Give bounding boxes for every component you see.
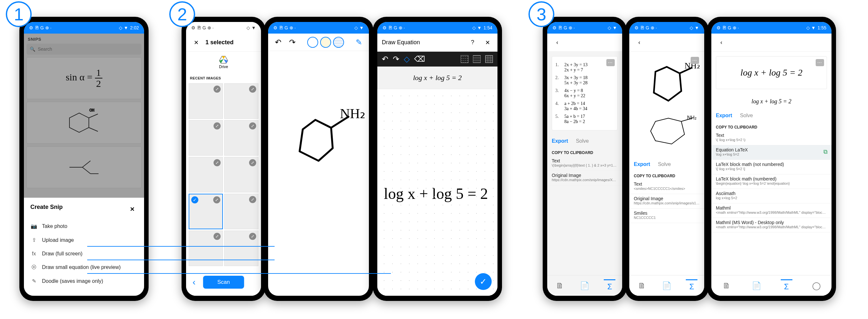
sheet-row-upload[interactable]: ⇪Upload image — [30, 233, 137, 247]
clip-item-image[interactable]: Original Imagehttps://cdn.mathpix.com/sn… — [547, 171, 622, 185]
clear-icon[interactable]: ⌫ — [414, 55, 425, 64]
redo-icon[interactable]: ↷ — [287, 37, 298, 48]
clip-item[interactable]: Equation LaTeX\log x+\log 5=2⧉ — [711, 145, 832, 160]
clip-item-label: LaTeX block math (numbered) — [716, 176, 827, 182]
clip-item[interactable]: Mathml (MS Word) - Desktop only<math xml… — [711, 218, 832, 232]
nav-pdf-icon[interactable]: 📄 — [751, 280, 763, 292]
sheet-row-draw-small[interactable]: ⦿Draw small equation (live preview) — [30, 261, 137, 274]
clip-item-image[interactable]: Original Imagehttps://cdn.mathpix.com/sn… — [629, 194, 704, 209]
clip-item-label: Text — [716, 133, 827, 138]
sheet-row-doodle[interactable]: ✎Doodle (saves image only) — [30, 274, 137, 288]
sheet-label: Draw (full screen) — [42, 251, 82, 257]
nav-pdf-icon[interactable]: 📄 — [661, 280, 673, 292]
clip-item-label: LaTeX block math (not numbered) — [716, 162, 827, 167]
expand-icon[interactable]: ⤢ — [249, 196, 256, 203]
expand-icon[interactable]: ⤢ — [249, 233, 256, 240]
undo-icon[interactable]: ↶ — [273, 37, 284, 48]
thumb-selected[interactable]: ✓⤢ — [189, 194, 223, 229]
tab-solve[interactable]: Solve — [576, 138, 589, 144]
nav-pdf-icon[interactable]: 📄 — [579, 280, 590, 292]
card-menu-icon[interactable]: ⋯ — [816, 59, 824, 66]
clip-item-value: <math xmlns="http://www.w3.org/1998/Math… — [716, 225, 827, 229]
copy-icon[interactable]: ⧉ — [824, 149, 828, 155]
clip-item-smiles[interactable]: SmilesNC1CCCCC1 — [629, 209, 704, 223]
expand-icon[interactable]: ⤢ — [214, 122, 221, 129]
clip-item-text[interactable]: Text<smiles>NC1CCCCC1</smiles> — [629, 180, 704, 194]
clip-item-label: Asciimath — [716, 191, 827, 196]
clip-item[interactable]: LaTeX block math (numbered)\begin{equati… — [711, 174, 832, 189]
copy-to-clipboard-heading: COPY TO CLIPBOARD — [547, 147, 622, 156]
expand-icon[interactable]: ⤢ — [249, 122, 256, 129]
clip-item-text[interactable]: Text\(\begin{array}{ll}\text { 1. } & 2 … — [547, 156, 622, 171]
tab-solve[interactable]: Solve — [740, 113, 753, 119]
back-chevron-icon[interactable]: ‹ — [192, 277, 195, 287]
sheet-row-draw-full[interactable]: fxDraw (full screen) — [30, 247, 137, 261]
clip-item[interactable]: LaTeX block math (not numbered)\[ \log x… — [711, 160, 832, 174]
card-menu-icon[interactable]: ⋯ — [691, 57, 699, 64]
confirm-fab[interactable]: ✓ — [475, 273, 492, 290]
thumb[interactable]: ⤢ — [189, 83, 223, 119]
grid-squares-icon[interactable] — [485, 55, 493, 63]
copy-to-clipboard-heading: COPY TO CLIPBOARD — [629, 170, 704, 180]
status-bar: ⚙ 🖹 G ⊕ · ◇ ▼ — [268, 22, 369, 34]
thumb[interactable]: ⤢ — [224, 194, 258, 229]
expand-icon[interactable]: ⤢ — [213, 196, 220, 203]
clip-item[interactable]: Asciimathlog x+log 5=2 — [711, 189, 832, 203]
nav-sigma-icon[interactable]: Σ — [604, 279, 615, 291]
undo-icon[interactable]: ↶ — [382, 55, 388, 64]
tab-export[interactable]: Export — [552, 138, 568, 144]
result-header: ‹ — [547, 34, 622, 52]
expand-icon[interactable]: ⤢ — [214, 233, 221, 240]
bg-cream-chip[interactable] — [320, 37, 331, 48]
status-clock: 2:02 — [130, 25, 139, 30]
back-icon[interactable]: ‹ — [634, 37, 645, 48]
close-icon[interactable]: ✕ — [191, 37, 202, 48]
help-icon[interactable]: ? — [467, 37, 478, 48]
thumb[interactable]: ⤢ — [189, 157, 223, 192]
sheet-row-take-photo[interactable]: 📷Take photo — [30, 219, 137, 233]
grid-lines-icon[interactable] — [473, 55, 481, 63]
expand-icon[interactable]: ⤢ — [249, 159, 256, 166]
phone-3c-result-log: ⚙ 🖹 G ⊕ · ◇ ▼ 1:55 ‹ ⋯ log x + log 5 = 2… — [707, 17, 836, 301]
rendered-equation-large: log x + log 5 = 2 — [719, 60, 824, 86]
google-drive-icon — [219, 56, 228, 63]
close-icon[interactable]: ✕ — [482, 37, 493, 48]
close-icon[interactable]: ✕ — [127, 204, 137, 215]
status-left-icons: ⚙ 🖹 G ⊕ · — [191, 25, 214, 30]
expand-icon[interactable]: ⤢ — [249, 86, 256, 93]
preview-icon: ⦿ — [30, 264, 37, 270]
scan-button[interactable]: Scan — [203, 276, 244, 289]
pencil-icon[interactable]: ✎ — [353, 37, 364, 48]
nav-profile-icon[interactable]: ◯ — [811, 280, 823, 292]
grid-dots-icon[interactable] — [461, 55, 468, 63]
thumb[interactable]: ⤢ — [189, 230, 223, 266]
tab-export[interactable]: Export — [716, 113, 732, 119]
back-icon[interactable]: ‹ — [716, 37, 727, 48]
redo-icon[interactable]: ↷ — [393, 55, 399, 64]
eraser-icon[interactable]: ◇ — [404, 55, 410, 64]
nav-doc-icon[interactable]: 🗎 — [721, 280, 732, 292]
doodle-canvas[interactable]: NH₂ — [268, 51, 369, 296]
expand-icon[interactable]: ⤢ — [214, 159, 221, 166]
thumb[interactable]: ⤢ — [224, 230, 258, 266]
bg-lined-chip[interactable] — [333, 37, 344, 48]
tab-export[interactable]: Export — [634, 161, 650, 167]
clip-item[interactable]: Mathml<math xmlns="http://www.w3.org/199… — [711, 203, 832, 218]
nav-doc-icon[interactable]: 🗎 — [554, 280, 566, 292]
nav-doc-icon[interactable]: 🗎 — [636, 280, 648, 292]
equation-canvas[interactable]: log x + log 5 = 2 ✓ — [377, 89, 497, 296]
tab-solve[interactable]: Solve — [658, 161, 671, 167]
clip-item[interactable]: Text\( \log x+\log 5=2 \) — [711, 131, 832, 145]
nav-sigma-icon[interactable]: Σ — [686, 279, 698, 291]
thumb[interactable]: ⤢ — [189, 120, 223, 156]
bg-white-chip[interactable] — [307, 37, 318, 48]
drive-source[interactable]: Drive — [186, 52, 261, 73]
thumb[interactable]: ⤢ — [224, 120, 258, 156]
rendered-equation-small: log x + log 5 = 2 — [711, 94, 832, 109]
thumb[interactable]: ⤢ — [224, 83, 258, 119]
back-icon[interactable]: ‹ — [552, 37, 563, 48]
card-menu-icon[interactable]: ⋯ — [606, 59, 615, 66]
nav-sigma-icon[interactable]: Σ — [781, 279, 793, 291]
expand-icon[interactable]: ⤢ — [214, 86, 221, 93]
thumb[interactable]: ⤢ — [224, 157, 258, 192]
